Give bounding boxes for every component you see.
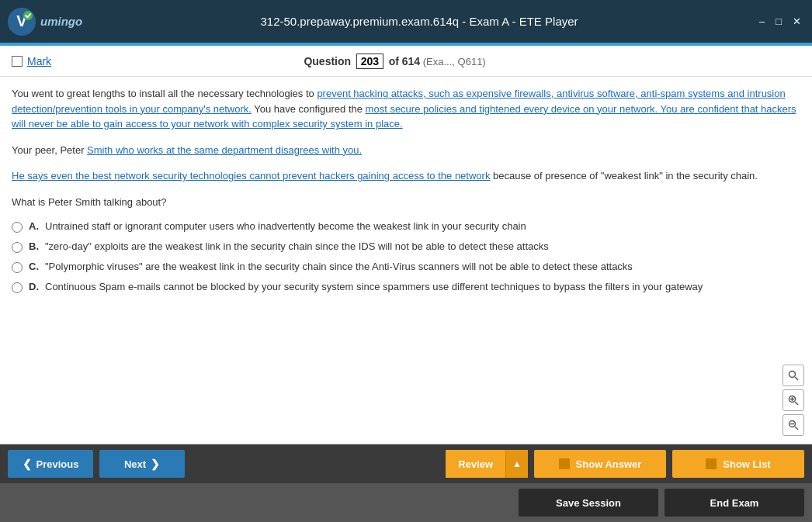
option-b[interactable]: B. "zero-day" exploits are the weakest l… <box>12 240 800 253</box>
option-d-letter: D. <box>29 281 39 292</box>
mark-left: Mark <box>12 55 51 67</box>
review-dropdown-arrow[interactable]: ▲ <box>505 450 528 478</box>
mark-label[interactable]: Mark <box>27 55 51 67</box>
mark-checkbox[interactable] <box>12 56 23 67</box>
question-paragraph-4: What is Peter Smith talking about? <box>12 195 800 210</box>
option-b-radio[interactable] <box>12 242 23 253</box>
save-session-button[interactable]: Save Session <box>519 489 658 517</box>
side-tools <box>783 365 804 436</box>
end-exam-label: End Exam <box>710 497 759 509</box>
mark-bar: Mark Question 203 of 614 (Exa..., Q611) <box>0 46 812 77</box>
option-a-radio[interactable] <box>12 222 23 233</box>
next-chevron-icon: ❯ <box>151 458 160 470</box>
zoom-out-button[interactable] <box>783 414 804 436</box>
search-tool-button[interactable] <box>783 365 804 386</box>
option-d-radio[interactable] <box>12 282 23 293</box>
question-text-p2-part1: Your peer, Peter <box>12 144 87 156</box>
options-list: A. Untrained staff or ignorant computer … <box>12 220 800 293</box>
show-list-button[interactable]: Show List <box>672 450 804 478</box>
option-d[interactable]: D. Continuous Spam e-mails cannot be blo… <box>12 281 800 293</box>
option-c-letter: C. <box>29 261 39 272</box>
search-icon <box>788 370 799 381</box>
show-answer-label: Show Answer <box>576 458 642 470</box>
close-button[interactable]: ✕ <box>789 16 804 27</box>
question-text-p1-part2: You have configured the <box>252 103 366 115</box>
save-session-label: Save Session <box>556 497 621 509</box>
option-c[interactable]: C. "Polymorphic viruses" are the weakest… <box>12 261 800 273</box>
option-d-text: Continuous Spam e-mails cannot be blocke… <box>45 281 703 292</box>
prev-chevron-icon: ❮ <box>23 458 32 470</box>
option-c-text: "Polymorphic viruses" are the weakest li… <box>45 261 633 272</box>
svg-point-3 <box>789 372 796 378</box>
question-number: 203 <box>356 54 383 69</box>
question-text-p1-part1: You went to great lengths to install all… <box>12 88 317 99</box>
next-label: Next <box>124 458 146 470</box>
review-button[interactable]: Review ▲ <box>446 450 528 478</box>
logo-area: V umingo <box>8 8 82 36</box>
show-answer-button[interactable]: Show Answer <box>534 450 666 478</box>
vumingo-logo-icon: V <box>8 8 36 36</box>
svg-line-6 <box>795 402 798 405</box>
svg-line-10 <box>795 427 798 430</box>
show-list-icon <box>706 458 717 469</box>
zoom-in-button[interactable] <box>783 389 804 411</box>
window-title: 312-50.prepaway.premium.exam.614q - Exam… <box>82 15 756 28</box>
show-answer-icon <box>559 458 570 469</box>
option-b-text: "zero-day" exploits are the weakest link… <box>45 240 549 252</box>
bottom-nav: ❮ Previous Next ❯ Review ▲ Show Answer S… <box>0 444 812 483</box>
question-paragraph-2: Your peer, Peter Smith who works at the … <box>12 143 800 158</box>
question-paragraph-3: He says even the best network security t… <box>12 168 800 184</box>
minimize-button[interactable]: – <box>756 16 768 27</box>
review-arrow-icon: ▲ <box>512 458 522 469</box>
question-text-p3-highlight1: He says even the best network security t… <box>12 170 490 181</box>
question-total: of 614 <box>389 55 420 67</box>
restore-button[interactable]: □ <box>772 16 785 27</box>
question-label: Question <box>304 55 351 67</box>
next-button[interactable]: Next ❯ <box>99 450 185 478</box>
question-paragraph-1: You went to great lengths to install all… <box>12 86 800 132</box>
zoom-in-icon <box>788 395 799 406</box>
review-main[interactable]: Review <box>446 450 505 478</box>
zoom-out-icon <box>788 420 799 430</box>
logo-text: umingo <box>40 15 82 28</box>
end-exam-button[interactable]: End Exam <box>665 489 804 517</box>
option-b-letter: B. <box>29 240 39 252</box>
question-info: Question 203 of 614 (Exa..., Q611) <box>304 54 485 69</box>
question-text-p2-highlight: Smith who works at the same department d… <box>87 144 362 156</box>
window-controls: – □ ✕ <box>756 16 804 27</box>
option-a-letter: A. <box>29 220 39 232</box>
question-text-p3-part1: because of presence of "weakest link" in… <box>490 170 758 181</box>
option-c-radio[interactable] <box>12 262 23 273</box>
previous-button[interactable]: ❮ Previous <box>8 450 93 478</box>
svg-point-2 <box>23 11 33 20</box>
bottom-bar-2: Save Session End Exam <box>0 483 812 522</box>
question-ref: (Exa..., Q611) <box>423 56 486 67</box>
option-a[interactable]: A. Untrained staff or ignorant computer … <box>12 220 800 233</box>
main-content: You went to great lengths to install all… <box>0 77 812 444</box>
show-list-label: Show List <box>723 458 770 470</box>
previous-label: Previous <box>36 458 79 470</box>
review-label: Review <box>458 458 493 470</box>
option-a-text: Untrained staff or ignorant computer use… <box>45 220 526 232</box>
title-bar: V umingo 312-50.prepaway.premium.exam.61… <box>0 0 812 43</box>
svg-line-4 <box>795 377 798 380</box>
